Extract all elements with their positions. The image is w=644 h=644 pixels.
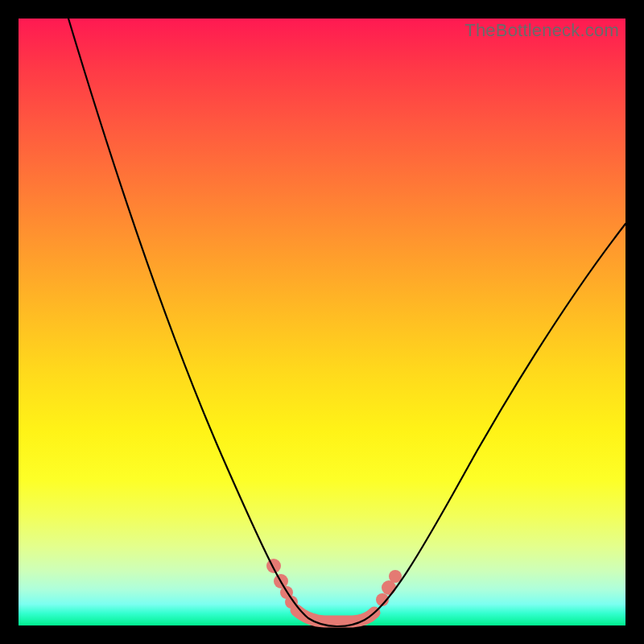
chart-svg	[19, 19, 625, 625]
trough-dot	[389, 570, 402, 583]
chart-frame: TheBottleneck.com	[19, 19, 625, 625]
trough-bottom	[296, 610, 374, 621]
trough-dot	[266, 559, 281, 573]
bottleneck-curve	[68, 19, 625, 626]
